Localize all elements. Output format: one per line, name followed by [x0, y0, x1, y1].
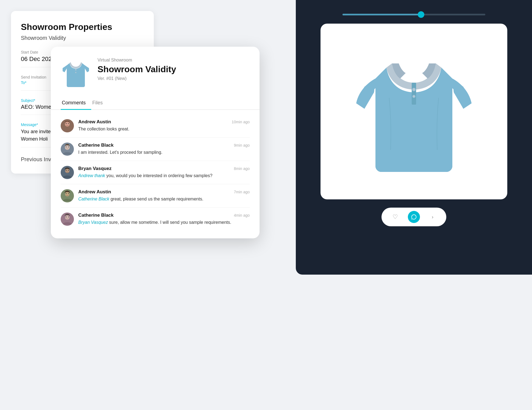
avatar [61, 143, 74, 156]
comment-time: 9min ago [234, 143, 250, 147]
comment-author: Catherine Black [78, 213, 114, 218]
tabs-row: Comments Files [51, 97, 260, 110]
chat-button[interactable] [408, 211, 420, 223]
svg-point-1 [412, 88, 416, 91]
avatar-image [61, 189, 74, 202]
svg-point-3 [75, 69, 77, 71]
comment-header: Bryan Vasquez 8min ago [78, 166, 250, 171]
slider-thumb[interactable] [418, 11, 424, 18]
avatar [61, 166, 74, 179]
comment-body: Catherine Black 4min ago Bryan Vasquez s… [78, 213, 250, 226]
product-shirt-image [348, 35, 480, 188]
modal-title: Showroom Validity [98, 64, 176, 74]
comment-header: Andrew Austin 10min ago [78, 119, 250, 125]
svg-point-21 [66, 193, 67, 194]
svg-point-9 [68, 123, 69, 124]
comment-author: Andrew Austin [78, 119, 111, 125]
comment-text: Catherine Black great, please send us th… [78, 196, 250, 202]
comment-item: Catherine Black 4min ago Bryan Vasquez s… [61, 208, 250, 231]
svg-point-14 [68, 147, 69, 147]
svg-point-13 [66, 147, 67, 147]
comment-item: Andrew Austin 10min ago The collection l… [61, 114, 250, 138]
slider-row [342, 14, 485, 15]
svg-point-26 [68, 217, 69, 217]
comments-modal: Virtual Showroom Showroom Validity Ver. … [51, 47, 260, 238]
comment-body: Andrew Austin 7min ago Catherine Black g… [78, 189, 250, 202]
svg-rect-0 [412, 83, 416, 105]
comment-time: 7min ago [234, 190, 250, 194]
tab-comments[interactable]: Comments [61, 97, 91, 110]
tab-files[interactable]: Files [91, 97, 108, 110]
comment-header: Catherine Black 9min ago [78, 143, 250, 148]
page-title: Showroom Properties [21, 22, 144, 32]
comment-text: Andrew thank you, would you be intereste… [78, 172, 250, 179]
modal-version: Ver. #01 (New) [98, 76, 176, 81]
comment-header: Andrew Austin 7min ago [78, 189, 250, 195]
comment-item: Bryan Vasquez 8min ago Andrew thank you,… [61, 161, 250, 184]
comments-list: Andrew Austin 10min ago The collection l… [51, 110, 260, 238]
shirt-display-card [321, 24, 507, 199]
svg-point-22 [68, 193, 69, 194]
mention: Bryan Vasquez [78, 220, 108, 225]
comment-header: Catherine Black 4min ago [78, 213, 250, 218]
comment-body: Catherine Black 9min ago I am interested… [78, 143, 250, 156]
slider-fill [342, 14, 421, 15]
right-panel: ♡ › [296, 0, 532, 275]
svg-point-8 [66, 123, 67, 124]
chat-icon [411, 214, 417, 220]
comment-time: 4min ago [234, 213, 250, 217]
avatar [61, 119, 74, 132]
svg-point-25 [66, 217, 67, 217]
modal-subtitle: Virtual Showroom [98, 58, 176, 63]
comment-author: Catherine Black [78, 143, 114, 148]
page-subtitle: Showroom Validity [21, 35, 144, 41]
svg-point-4 [75, 72, 77, 73]
comment-time: 8min ago [234, 166, 250, 171]
comment-text: Bryan Vasquez sure, allow me sometime. I… [78, 219, 250, 226]
modal-header: Virtual Showroom Showroom Validity Ver. … [51, 47, 260, 91]
avatar [61, 189, 74, 202]
comment-body: Bryan Vasquez 8min ago Andrew thank you,… [78, 166, 250, 179]
modal-title-block: Virtual Showroom Showroom Validity Ver. … [98, 55, 176, 81]
comment-item: Andrew Austin 7min ago Catherine Black g… [61, 184, 250, 208]
comment-text: I am interested. Let's proceed for sampl… [78, 149, 250, 156]
slider-track[interactable] [342, 14, 485, 15]
avatar-image [61, 213, 74, 226]
comment-author: Bryan Vasquez [78, 166, 112, 171]
shirt-thumbnail [61, 55, 91, 91]
svg-point-18 [68, 170, 69, 171]
mention: Catherine Black [78, 197, 109, 201]
avatar-image [61, 143, 74, 156]
comment-text: The collection looks great. [78, 126, 250, 132]
avatar [61, 213, 74, 226]
comment-body: Andrew Austin 10min ago The collection l… [78, 119, 250, 132]
comment-item: Catherine Black 9min ago I am interested… [61, 138, 250, 161]
svg-point-17 [66, 170, 67, 171]
comment-time: 10min ago [232, 120, 250, 124]
comment-author: Andrew Austin [78, 189, 111, 195]
next-button[interactable]: › [427, 211, 439, 223]
shirt-thumbnail-image [61, 55, 91, 91]
avatar-image [61, 166, 74, 179]
mention: Andrew thank [78, 173, 105, 178]
heart-button[interactable]: ♡ [389, 211, 401, 223]
svg-point-2 [413, 95, 415, 98]
avatar-image [61, 119, 74, 132]
action-bar: ♡ › [381, 208, 446, 226]
